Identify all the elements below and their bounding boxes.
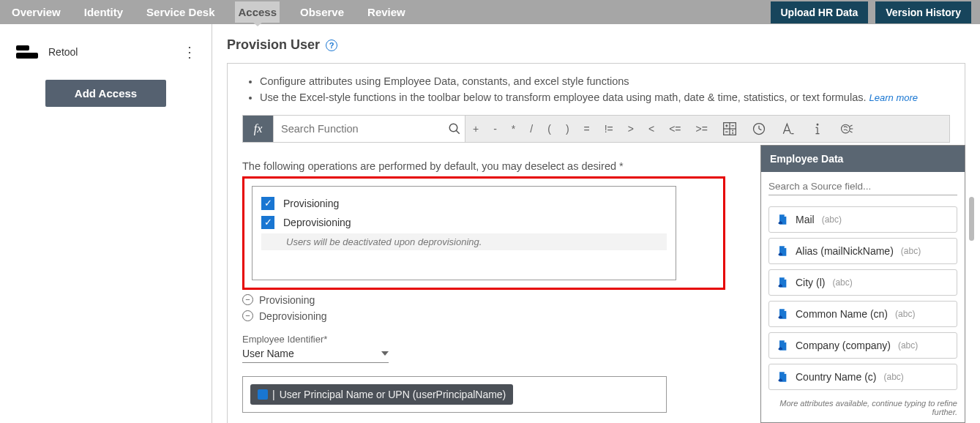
tab-identity[interactable]: Identity bbox=[81, 1, 126, 23]
upload-hr-data-button[interactable]: Upload HR Data bbox=[771, 1, 869, 23]
employee-field-item[interactable]: Country Name (c) (abc) bbox=[768, 364, 957, 390]
nav-tabs: Overview Identity Service Desk Access Ob… bbox=[9, 1, 408, 23]
op-plus[interactable]: + bbox=[465, 116, 486, 142]
app-row-retool[interactable]: Retool ⋮ bbox=[7, 37, 204, 67]
employee-field-item[interactable]: Company (company) (abc) bbox=[768, 332, 957, 359]
upn-chip[interactable]: |User Principal Name or UPN (userPrincip… bbox=[250, 384, 513, 405]
checkbox-checked-icon[interactable]: ✓ bbox=[261, 197, 274, 210]
field-label: Alias (mailNickName) bbox=[796, 245, 894, 257]
svg-point-0 bbox=[449, 124, 457, 132]
minus-circle-icon: − bbox=[242, 310, 253, 321]
field-type: (abc) bbox=[901, 246, 921, 256]
employee-data-footer: More attributes available, continue typi… bbox=[761, 396, 965, 422]
op-gte[interactable]: >= bbox=[689, 116, 715, 142]
svg-line-23 bbox=[850, 131, 852, 132]
op-minus[interactable]: - bbox=[486, 116, 504, 142]
field-type: (abc) bbox=[832, 277, 852, 288]
tab-observe[interactable]: Observe bbox=[297, 1, 347, 23]
tab-overview[interactable]: Overview bbox=[9, 1, 64, 23]
employee-field-item[interactable]: Alias (mailNickName) (abc) bbox=[768, 238, 957, 264]
instruction-1: Configure attributes using Employee Data… bbox=[260, 74, 950, 90]
field-icon bbox=[777, 213, 788, 226]
chevron-down-icon bbox=[381, 351, 389, 356]
search-function-input[interactable] bbox=[274, 116, 444, 142]
op-lt[interactable]: < bbox=[641, 116, 662, 142]
scrollbar-thumb[interactable] bbox=[969, 197, 974, 241]
help-icon[interactable]: ? bbox=[326, 40, 337, 51]
tab-review[interactable]: Review bbox=[364, 1, 408, 23]
field-label: City (l) bbox=[796, 277, 825, 288]
upn-box: |User Principal Name or UPN (userPrincip… bbox=[242, 376, 667, 413]
clock-icon[interactable] bbox=[744, 116, 774, 142]
provisioning-checkbox-row[interactable]: ✓ Provisioning bbox=[261, 194, 667, 213]
op-divide[interactable]: / bbox=[523, 116, 540, 142]
field-icon bbox=[777, 244, 788, 258]
top-nav-bar: Overview Identity Service Desk Access Ob… bbox=[0, 0, 980, 24]
kebab-icon[interactable]: ⋮ bbox=[182, 43, 195, 61]
tab-service-desk[interactable]: Service Desk bbox=[143, 1, 217, 23]
chip-square-icon bbox=[258, 389, 268, 400]
select-value: User Name bbox=[242, 348, 294, 359]
search-icon[interactable] bbox=[444, 116, 465, 142]
employee-field-item[interactable]: Common Name (cn) (abc) bbox=[768, 301, 957, 327]
svg-line-1 bbox=[456, 130, 460, 134]
operations-box: ✓ Provisioning ✓ Deprovisioning Users wi… bbox=[252, 186, 676, 280]
employee-data-panel: Employee Data Mail (abc)Alias (mailNickN… bbox=[760, 145, 965, 423]
info-icon[interactable] bbox=[803, 116, 832, 142]
op-neq[interactable]: != bbox=[597, 116, 621, 142]
sidebar: Retool ⋮ Add Access bbox=[0, 24, 212, 423]
main-content: Provision User ? Configure attributes us… bbox=[212, 24, 980, 423]
field-icon bbox=[777, 370, 788, 383]
fx-icon: fx bbox=[243, 116, 274, 142]
field-type: (abc) bbox=[883, 372, 903, 382]
retool-icon bbox=[16, 45, 38, 59]
app-name-label: Retool bbox=[48, 46, 78, 58]
deactivation-note: Users will be deactivated upon deprovisi… bbox=[261, 233, 667, 250]
field-label: Mail bbox=[796, 214, 815, 225]
field-type: (abc) bbox=[898, 340, 918, 351]
field-label: Common Name (cn) bbox=[796, 308, 888, 320]
employee-field-item[interactable]: City (l) (abc) bbox=[768, 269, 957, 296]
field-icon bbox=[777, 339, 788, 352]
svg-line-13 bbox=[759, 129, 761, 130]
svg-point-9 bbox=[733, 130, 733, 131]
math-icon[interactable] bbox=[715, 116, 744, 142]
svg-point-10 bbox=[733, 132, 733, 133]
add-access-button[interactable]: Add Access bbox=[45, 80, 166, 107]
version-history-button[interactable]: Version History bbox=[875, 1, 971, 23]
page-title: Provision User ? bbox=[227, 37, 965, 53]
instruction-2: Use the Excel-style functions in the too… bbox=[260, 90, 950, 106]
op-rparen[interactable]: ) bbox=[558, 116, 577, 142]
deprovisioning-checkbox-row[interactable]: ✓ Deprovisioning bbox=[261, 213, 667, 232]
upn-chip-label: User Principal Name or UPN (userPrincipa… bbox=[280, 389, 506, 400]
employee-data-search-input[interactable] bbox=[768, 178, 957, 195]
svg-point-16 bbox=[817, 124, 818, 125]
deprovisioning-label: Deprovisioning bbox=[283, 217, 351, 228]
operator-buttons: + - * / ( ) = != > < <= >= bbox=[465, 116, 861, 142]
employee-data-list: Mail (abc)Alias (mailNickName) (abc)City… bbox=[761, 198, 965, 396]
field-label: Country Name (c) bbox=[796, 371, 876, 383]
employee-identifier-select[interactable]: User Name bbox=[242, 345, 389, 363]
tab-access[interactable]: Access bbox=[235, 1, 280, 23]
provisioning-label: Provisioning bbox=[283, 198, 339, 209]
top-actions: Upload HR Data Version History bbox=[771, 1, 972, 23]
field-type: (abc) bbox=[895, 309, 915, 319]
text-icon[interactable] bbox=[774, 116, 803, 142]
svg-point-20 bbox=[841, 124, 850, 133]
op-gt[interactable]: > bbox=[621, 116, 641, 142]
field-icon bbox=[777, 307, 788, 321]
highlight-frame: ✓ Provisioning ✓ Deprovisioning Users wi… bbox=[242, 176, 725, 290]
minus-circle-icon: − bbox=[242, 294, 253, 305]
brain-icon[interactable] bbox=[832, 116, 861, 142]
field-icon bbox=[777, 276, 788, 289]
op-multiply[interactable]: * bbox=[504, 116, 523, 142]
op-eq[interactable]: = bbox=[577, 116, 597, 142]
checkbox-checked-icon[interactable]: ✓ bbox=[261, 216, 274, 229]
learn-more-link[interactable]: Learn more bbox=[869, 92, 918, 103]
op-lte[interactable]: <= bbox=[662, 116, 688, 142]
svg-line-21 bbox=[850, 125, 852, 127]
field-label: Company (company) bbox=[796, 340, 891, 351]
employee-field-item[interactable]: Mail (abc) bbox=[768, 206, 957, 233]
instructions: Configure attributes using Employee Data… bbox=[260, 74, 950, 106]
op-lparen[interactable]: ( bbox=[540, 116, 558, 142]
